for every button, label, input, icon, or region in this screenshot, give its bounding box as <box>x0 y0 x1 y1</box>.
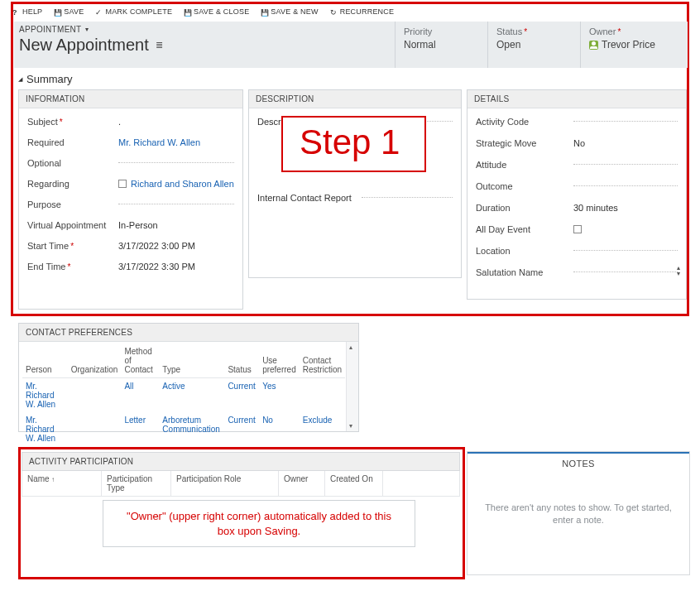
save-close-button[interactable]: SAVE & CLOSE <box>184 7 249 16</box>
annotation-step1: Step 1 <box>281 116 426 172</box>
regarding-label: Regarding <box>27 179 113 189</box>
record-header: APPOINTMENT New Appointment≣ Priority No… <box>14 22 688 68</box>
cell-type[interactable]: Active <box>159 378 224 413</box>
save-new-button[interactable]: SAVE & NEW <box>261 7 318 16</box>
col-name[interactable]: Name <box>22 471 102 496</box>
col-created-on[interactable]: Created On <box>325 471 383 496</box>
recurrence-button[interactable]: RECURRENCE <box>330 7 395 16</box>
regarding-field[interactable]: Richard and Sharon Allen <box>118 179 234 190</box>
strategic-move-field[interactable]: No <box>573 138 678 149</box>
activity-participation-panel: ACTIVITY PARTICIPATION Name Participatio… <box>22 452 460 497</box>
save-icon <box>184 8 191 16</box>
recurrence-icon <box>330 8 338 16</box>
cmd-label: SAVE & CLOSE <box>194 7 249 16</box>
entity-icon <box>118 180 127 188</box>
summary-heading[interactable]: Summary <box>18 73 73 85</box>
activity-code-field[interactable] <box>573 117 678 127</box>
check-icon <box>95 8 103 16</box>
cell-person[interactable]: Mr. Richard W. Allen <box>22 378 68 413</box>
cmd-label: HELP <box>22 7 42 16</box>
cell-status: Current <box>224 412 259 446</box>
location-field[interactable] <box>573 246 678 257</box>
cmd-label: SAVE & NEW <box>271 7 318 16</box>
icr-field[interactable] <box>362 193 453 203</box>
help-button[interactable]: HELP <box>12 7 42 16</box>
scroll-buttons[interactable]: ▴▾ <box>672 265 684 276</box>
end-time-field[interactable]: 3/17/2022 3:30 PM <box>118 262 234 272</box>
attitude-field[interactable] <box>573 160 678 171</box>
salutation-label: Salutation Name <box>476 267 568 277</box>
details-panel: DETAILS Activity Code Strategic Move No … <box>467 89 687 300</box>
priority-cell: Priority Normal <box>395 22 487 68</box>
list-icon[interactable]: ≣ <box>156 40 163 50</box>
panel-heading: DESCRIPTION <box>249 90 461 108</box>
duration-label: Duration <box>476 203 568 213</box>
location-label: Location <box>476 246 568 256</box>
owner-cell: Owner Trevor Price <box>580 22 688 68</box>
cell-type[interactable]: Arboretum Communication <box>159 412 224 446</box>
scrollbar[interactable] <box>346 342 358 431</box>
required-field[interactable]: Mr. Richard W. Allen <box>118 137 234 148</box>
notes-title[interactable]: NOTES <box>467 454 689 472</box>
breadcrumb[interactable]: APPOINTMENT <box>19 25 388 34</box>
subject-label: Subject <box>27 117 113 127</box>
col-owner[interactable]: Owner <box>279 471 325 496</box>
save-button[interactable]: SAVE <box>54 7 84 16</box>
cell-method[interactable]: Letter <box>121 412 159 446</box>
annotation-owner-note: "Owner" (upper right corner) automatical… <box>103 500 415 547</box>
summary-label: Summary <box>26 73 73 85</box>
col-method[interactable]: Method of Contact <box>121 344 159 378</box>
col-participation-type[interactable]: Participation Type <box>102 471 171 496</box>
start-time-field[interactable]: 3/17/2022 3:00 PM <box>118 241 234 252</box>
command-bar: HELP SAVE MARK COMPLETE SAVE & CLOSE SAV… <box>12 5 692 18</box>
optional-field[interactable] <box>118 158 234 169</box>
cell-organization <box>68 378 122 413</box>
col-name-label: Name <box>27 474 50 483</box>
cmd-label: SAVE <box>64 7 84 16</box>
col-person[interactable]: Person <box>22 344 68 378</box>
purpose-field[interactable] <box>118 199 234 210</box>
cell-person[interactable]: Mr. Richard W. Allen <box>22 412 68 446</box>
cell-restriction <box>300 378 345 413</box>
owner-value[interactable]: Trevor Price <box>589 39 655 50</box>
col-restriction[interactable]: Contact Restriction <box>300 344 345 378</box>
table-row[interactable]: Mr. Richard W. Allen Letter Arboretum Co… <box>22 412 345 446</box>
col-status[interactable]: Status <box>224 344 259 378</box>
icr-label: Internal Contact Report <box>257 193 357 203</box>
allday-field[interactable] <box>573 224 678 235</box>
col-use-pref[interactable]: Use preferred <box>259 344 300 378</box>
purpose-label: Purpose <box>27 199 113 209</box>
col-participation-role[interactable]: Participation Role <box>171 471 279 496</box>
attitude-label: Attitude <box>476 160 568 170</box>
virtual-field[interactable]: In-Person <box>118 220 234 231</box>
cmd-label: RECURRENCE <box>340 7 395 16</box>
required-label: Required <box>27 137 113 147</box>
mark-complete-button[interactable]: MARK COMPLETE <box>95 7 172 16</box>
cell-organization <box>68 412 122 446</box>
status-cell: Status Open <box>487 22 580 68</box>
col-organization[interactable]: Organization <box>68 344 122 378</box>
cell-status: Current <box>224 378 259 413</box>
status-label: Status <box>496 26 572 36</box>
col-type[interactable]: Type <box>159 344 224 378</box>
cell-method[interactable]: All <box>121 378 159 413</box>
title-text: New Appointment <box>19 36 149 55</box>
duration-field[interactable]: 30 minutes <box>573 203 678 214</box>
help-icon <box>12 8 20 16</box>
allday-label: All Day Event <box>476 224 568 234</box>
notes-panel: NOTES There aren't any notes to show. To… <box>467 451 690 575</box>
table-row[interactable]: Mr. Richard W. Allen All Active Current … <box>22 378 345 413</box>
owner-name: Trevor Price <box>602 39 655 50</box>
priority-value[interactable]: Normal <box>404 39 479 50</box>
outcome-field[interactable] <box>573 181 678 192</box>
sort-asc-icon <box>50 474 55 483</box>
end-time-label: End Time <box>27 262 113 271</box>
status-value[interactable]: Open <box>496 39 572 50</box>
owner-label: Owner <box>589 26 679 36</box>
subject-field[interactable]: . <box>118 117 234 127</box>
save-icon <box>54 8 61 16</box>
cmd-label: MARK COMPLETE <box>105 7 172 16</box>
salutation-field[interactable] <box>573 267 678 278</box>
panel-heading: ACTIVITY PARTICIPATION <box>22 452 460 471</box>
checkbox-icon[interactable] <box>573 225 582 233</box>
